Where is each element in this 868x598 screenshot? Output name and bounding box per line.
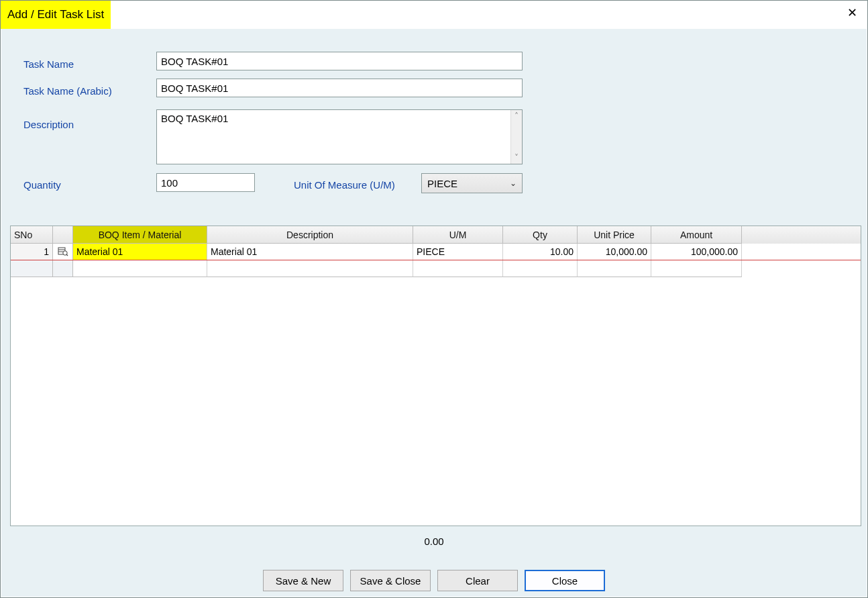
- col-header-um[interactable]: U/M: [413, 226, 503, 244]
- description-textarea[interactable]: BOQ TASK#01 ˄ ˅: [156, 109, 523, 164]
- cell-um[interactable]: [413, 260, 503, 277]
- cell-qty[interactable]: 10.00: [503, 244, 578, 260]
- save-and-close-button[interactable]: Save & Close: [350, 570, 431, 591]
- form-area: Task Name Task Name (Arabic) Description…: [1, 29, 867, 220]
- uom-selected-value: PIECE: [427, 178, 457, 189]
- close-icon: ✕: [847, 5, 857, 20]
- col-header-description[interactable]: Description: [207, 226, 413, 244]
- col-header-qty[interactable]: Qty: [503, 226, 578, 244]
- dialog-window: Add / Edit Task List ✕ Task Name Task Na…: [0, 0, 868, 598]
- col-header-item[interactable]: BOQ Item / Material: [73, 226, 207, 244]
- col-header-icon[interactable]: [53, 226, 73, 244]
- cell-qty[interactable]: [503, 260, 578, 277]
- clear-button[interactable]: Clear: [437, 570, 518, 591]
- window-title: Add / Edit Task List: [1, 1, 111, 29]
- cell-sno: 1: [11, 244, 53, 260]
- cell-item[interactable]: [73, 260, 207, 277]
- col-header-sno[interactable]: SNo: [11, 226, 53, 244]
- col-header-amount[interactable]: Amount: [651, 226, 742, 244]
- table-row[interactable]: 1 Material 01 Material 01 PIECE: [11, 244, 861, 260]
- label-uom: Unit Of Measure (U/M): [294, 179, 395, 191]
- cell-icon: [53, 260, 73, 277]
- label-task-name: Task Name: [23, 58, 74, 70]
- boq-grid: SNo BOQ Item / Material Description U/M …: [10, 226, 861, 526]
- svg-line-4: [66, 254, 68, 256]
- label-description: Description: [23, 119, 74, 130]
- cell-amount[interactable]: [651, 260, 742, 277]
- cell-description[interactable]: [207, 260, 413, 277]
- description-scrollbar[interactable]: ˄ ˅: [510, 110, 522, 164]
- grid-header: SNo BOQ Item / Material Description U/M …: [11, 226, 861, 244]
- cell-unit-price[interactable]: 10,000.00: [578, 244, 651, 260]
- cell-item[interactable]: Material 01: [73, 244, 207, 260]
- close-button[interactable]: ✕: [836, 1, 867, 25]
- label-quantity: Quantity: [23, 179, 61, 191]
- scroll-up-icon: ˄: [514, 111, 519, 121]
- chevron-down-icon: ⌄: [510, 179, 517, 188]
- cell-unit-price[interactable]: [578, 260, 651, 277]
- cell-sno: [11, 260, 53, 277]
- client-area: Task Name Task Name (Arabic) Description…: [1, 29, 867, 597]
- cell-um[interactable]: PIECE: [413, 244, 503, 260]
- grid-total: 0.00: [1, 536, 867, 547]
- task-name-input[interactable]: [156, 52, 523, 70]
- titlebar: Add / Edit Task List ✕: [1, 1, 867, 29]
- col-header-unit-price[interactable]: Unit Price: [578, 226, 651, 244]
- cell-description[interactable]: Material 01: [207, 244, 413, 260]
- uom-select[interactable]: PIECE ⌄: [421, 173, 523, 193]
- task-name-arabic-input[interactable]: [156, 79, 523, 97]
- label-task-name-arabic: Task Name (Arabic): [23, 85, 112, 97]
- lookup-icon: [58, 246, 68, 258]
- close-dialog-button[interactable]: Close: [525, 570, 605, 591]
- table-row-empty[interactable]: [11, 260, 861, 277]
- save-and-new-button[interactable]: Save & New: [263, 570, 343, 591]
- scroll-down-icon: ˅: [514, 153, 519, 162]
- description-text: BOQ TASK#01: [157, 110, 510, 164]
- button-bar: Save & New Save & Close Clear Close: [1, 570, 867, 591]
- cell-amount[interactable]: 100,000.00: [651, 244, 742, 260]
- quantity-input[interactable]: [156, 173, 255, 192]
- row-lookup-button[interactable]: [53, 244, 73, 260]
